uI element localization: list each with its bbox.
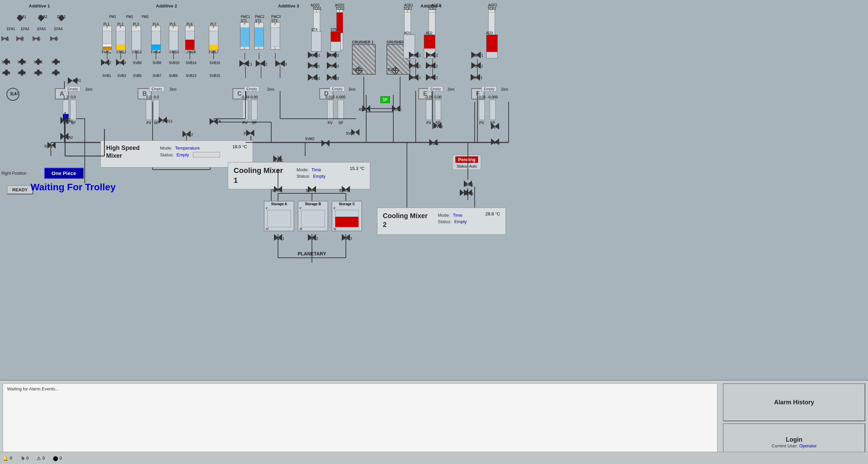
svb15-label: SVB15 <box>210 74 220 78</box>
toolbar-item-3: ⬤ 0 <box>53 456 62 461</box>
svd4-label: SVD4 <box>243 132 252 135</box>
rvp3-label: RVP3 <box>343 237 352 240</box>
efa3-label: EFA3 <box>37 27 45 31</box>
bad1-label: BAD1 <box>311 54 320 57</box>
hs-mode-label: Mode: <box>160 146 172 151</box>
sve4-label: SVE4 <box>430 142 439 146</box>
toolbar-count-2: 0 <box>42 456 45 461</box>
svg-marker-151 <box>68 77 73 84</box>
pl2-tube: F M <box>116 26 125 53</box>
cm1-status-value: Empty <box>313 174 326 179</box>
cm2-mode-label: Mode: <box>438 213 450 218</box>
svc3-label: SVC3 <box>278 62 287 66</box>
svm5-label: SVM5 <box>339 189 348 192</box>
cm2-title: Cooling Mixer 2 <box>383 211 428 229</box>
pmc1-label: PMC1 <box>241 15 250 19</box>
svb3-label: SVB3 <box>117 74 126 78</box>
svc4-label: SVC4 <box>212 119 221 123</box>
alarm-history-button[interactable]: Alarm History <box>723 383 865 421</box>
bad2-label: BAD2 <box>330 54 339 57</box>
svb10-label: SVB10 <box>169 61 179 65</box>
hs-status-value: Empty <box>176 152 189 157</box>
st3-tube: F L <box>271 22 280 50</box>
bae2-label: BAE2 <box>429 54 438 57</box>
svb16-label: SVB16 <box>210 61 220 65</box>
pv3-label: PV3 <box>34 37 40 41</box>
sve1-label: SVE1 <box>412 76 421 80</box>
circle-icon: ⬤ <box>53 456 58 461</box>
pvsp-f: -0.05 PV -0.000 SP <box>477 95 498 125</box>
ad3-label: AD3 <box>486 31 493 35</box>
st3-label: ST3 <box>271 19 277 23</box>
svb13-label: SVB13 <box>186 74 196 78</box>
sva1-label: SVA1 <box>64 119 73 123</box>
efa1-label: EFA1 <box>7 27 15 31</box>
one-piece-button[interactable]: One Piece <box>44 168 84 179</box>
svd1-label: SVD1 <box>311 77 320 80</box>
hs-status-label: Status: <box>160 152 174 157</box>
tcd1-label: TCD1 <box>313 7 321 11</box>
pl5-tube: F M <box>169 26 178 53</box>
efa2-label: EFA2 <box>21 27 29 31</box>
pvsp-e: -0.05 PV 0.00 SP <box>425 95 442 125</box>
ala4-label: ALA4 <box>52 71 60 75</box>
pv-f-value: -0.05 <box>477 95 486 99</box>
dvh1-label: DVH1 <box>465 192 474 196</box>
svb6-label: SVB6 <box>133 61 142 65</box>
empty-badge-f: Empty <box>481 86 497 92</box>
svb1-label: SVB1 <box>102 74 111 78</box>
svb5-label: SVB5 <box>133 74 142 78</box>
ready-button[interactable]: READY <box>7 185 33 194</box>
sve2-label: SVE2 <box>429 76 438 80</box>
pmb4-label: PMB4 <box>151 50 160 54</box>
cooling-mixer2-panel: Cooling Mixer 2 Mode: Time 28.8 °C Statu… <box>377 208 506 235</box>
dva1-label: DVA1 <box>18 15 26 19</box>
bla1-label: BLA1 <box>10 92 18 95</box>
svc2-label: SVC2 <box>258 62 267 66</box>
storage-a-title: Storage A <box>264 201 294 207</box>
pl3-tube: F M <box>132 26 141 53</box>
right-buttons[interactable]: Alarm History Login Current User: Operat… <box>723 383 865 461</box>
svf2-label: SVF2 <box>491 125 499 129</box>
zero-b: Zero <box>170 88 177 91</box>
sp-c-value: 0.00 <box>251 95 258 99</box>
cm1-mode-value: Time <box>312 167 321 172</box>
svb12-label: SVB12 <box>182 133 193 137</box>
login-label: Login <box>786 436 803 443</box>
cursor-icon: 🖱 <box>20 456 25 461</box>
pv2-label: PV2 <box>18 37 24 41</box>
cm2-mode-value: Time <box>453 213 462 218</box>
hs-mixer-title: High Speed Mixer <box>106 144 140 160</box>
svg-marker-105 <box>460 189 464 196</box>
zero-c: Zero <box>267 88 274 91</box>
pvsp-c: -0.04 PV 0.00 SP <box>241 95 258 125</box>
pending-box: Pending Status: Auto <box>452 155 481 170</box>
svt1-label: SVT1 <box>44 144 53 148</box>
apa1-label: APA1 <box>73 79 81 82</box>
ula3-label: ULA3 <box>34 60 42 64</box>
pmc2-label: PMC2 <box>255 15 264 19</box>
cm1-title: Cooling Mixer 1 <box>234 166 283 185</box>
scada-canvas: Additive 1 DVA1 DVA2 DVA3 EFA1 EFA2 EFA3… <box>0 0 868 380</box>
pv-d-value: 0.015 <box>326 95 335 99</box>
planetary-label: PLANETARY <box>298 251 326 256</box>
storage-c-vessel: Storage C F M <box>332 201 362 231</box>
pv-b-value: 0.0 <box>146 95 151 99</box>
pv-c-value: -0.04 <box>241 95 249 99</box>
pmb3-label: PMB3 <box>132 50 141 54</box>
sve3-label: SVE3 <box>434 125 443 129</box>
svb8-label: SVB8 <box>153 61 161 65</box>
empty-badge-d: Empty <box>330 86 345 92</box>
zero-d: Zero <box>349 88 356 91</box>
st5-label: ST5 <box>331 28 337 32</box>
svg-marker-60 <box>60 133 64 140</box>
svb9-label: SVB9 <box>169 74 178 78</box>
toolbar-item-1: 🖱 0 <box>20 456 29 461</box>
additive1-label: Additive 1 <box>29 3 50 8</box>
right-position: Right Position <box>1 171 26 176</box>
hs-mode-value: Temperature <box>175 146 200 151</box>
toolbar-count-0: 0 <box>10 456 12 461</box>
triangle-icon: ⚠ <box>37 456 41 461</box>
svb4-label: SVB4 <box>117 61 126 65</box>
cm2-status-label: Status: <box>438 219 451 224</box>
